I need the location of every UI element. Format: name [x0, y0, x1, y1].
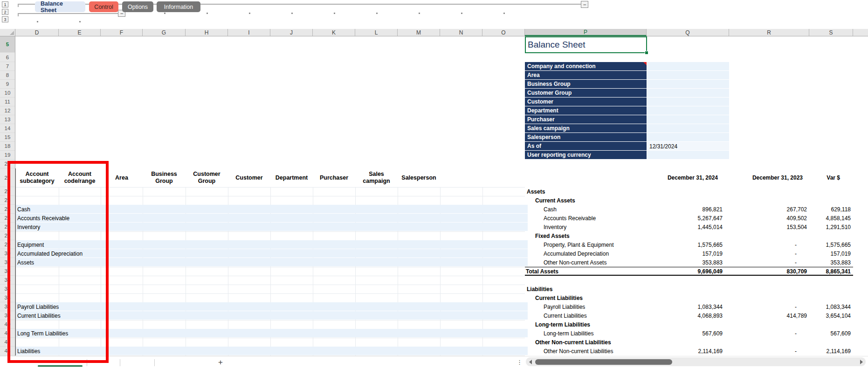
statement-row-label: Other Non-current Liabilities: [535, 338, 611, 347]
column-header-L[interactable]: L: [355, 29, 398, 36]
sheet-tab-options[interactable]: Options: [122, 1, 153, 12]
row-header-8[interactable]: 8: [0, 71, 15, 80]
statement-row-label: Cash: [544, 205, 557, 214]
filter-value-cell[interactable]: [647, 89, 729, 97]
filter-value-cell[interactable]: [647, 80, 729, 88]
filter-value-cell[interactable]: [647, 106, 729, 115]
outline-group-dot: [207, 13, 208, 14]
row-header-9[interactable]: 9: [0, 80, 15, 89]
column-header-G[interactable]: G: [143, 29, 186, 36]
sheet-tab-information[interactable]: Information: [157, 1, 200, 12]
statement-value: -: [729, 347, 809, 355]
statement-row-label: Accumulated Depreciation: [544, 249, 609, 258]
outline-group-dot: [37, 21, 38, 22]
add-sheet-button[interactable]: +: [215, 357, 226, 368]
statement-value: 1,083,344: [809, 302, 853, 311]
column-header-F[interactable]: F: [101, 29, 143, 36]
outline-group-dot: [164, 13, 165, 14]
outline-collapse-button-1[interactable]: −: [581, 1, 588, 8]
statement-value: 1,575,665: [647, 240, 729, 249]
statement-value: 2,114,169: [809, 347, 853, 355]
column-header-R[interactable]: R: [729, 29, 809, 36]
sheet-tab-balance-sheet[interactable]: Balance Sheet: [35, 1, 85, 12]
column-header-S[interactable]: S: [809, 29, 853, 36]
filter-value-cell[interactable]: [647, 151, 729, 159]
sheet-tab-control[interactable]: Control: [89, 1, 118, 12]
scroll-left-icon[interactable]: [529, 360, 532, 364]
column-header-D[interactable]: D: [15, 29, 59, 36]
filter-label-department[interactable]: Department: [525, 106, 647, 115]
statement-value: 1,445,014: [647, 223, 729, 231]
statement-value: 414,789: [729, 311, 809, 320]
row-header-10[interactable]: 10: [0, 89, 15, 97]
statement-value: 1,083,344: [647, 302, 729, 311]
statement-value: 5,267,647: [647, 214, 729, 223]
row-header-6[interactable]: 6: [0, 53, 15, 62]
filter-label-sales-campaign[interactable]: Sales campaign: [525, 124, 647, 132]
row-header-7[interactable]: 7: [0, 62, 15, 71]
scroll-right-icon[interactable]: [860, 360, 863, 364]
row-header-14[interactable]: 14: [0, 124, 15, 133]
scrollbar-options-icon[interactable]: ⋮: [517, 359, 523, 366]
column-header-E[interactable]: E: [59, 29, 101, 36]
statement-value: 567,609: [647, 329, 729, 338]
filter-value-cell[interactable]: [647, 115, 729, 124]
select-all-corner[interactable]: [0, 29, 15, 36]
filter-label-customer[interactable]: Customer: [525, 97, 647, 106]
selection-fill-handle[interactable]: [645, 51, 648, 55]
filter-value-cell[interactable]: [647, 133, 729, 141]
column-header-N[interactable]: N: [440, 29, 482, 36]
row-header-19[interactable]: 19: [0, 151, 15, 160]
filter-label-purchaser[interactable]: Purchaser: [525, 115, 647, 124]
filter-label-as-of[interactable]: As of: [525, 142, 647, 150]
statement-value: -: [729, 329, 809, 338]
spreadsheet-app: 123 − − DEFGHIJKLMNOPQRS 567891011121314…: [0, 0, 868, 369]
tab-separator: [120, 359, 120, 366]
column-header-Q[interactable]: Q: [647, 29, 729, 36]
filter-value-cell[interactable]: [647, 97, 729, 106]
outline-level-button-1[interactable]: 1: [2, 1, 8, 7]
filter-label-company-and-connection[interactable]: Company and connection: [525, 62, 647, 70]
outline-group-dot: [79, 21, 81, 22]
outline-group-dot: [503, 13, 505, 14]
row-header-18[interactable]: 18: [0, 142, 15, 151]
statement-value: 3,654,104: [809, 311, 853, 320]
filter-label-salesperson[interactable]: Salesperson: [525, 133, 647, 141]
statement-row-label: Other Non-current Assets: [544, 258, 606, 267]
column-header-K[interactable]: K: [313, 29, 355, 36]
row-header-12[interactable]: 12: [0, 106, 15, 115]
row-header-5[interactable]: 5: [0, 36, 15, 53]
column-header-I[interactable]: I: [228, 29, 270, 36]
row-header-13[interactable]: 13: [0, 115, 15, 124]
horizontal-scrollbar-thumb[interactable]: [535, 359, 672, 365]
column-header-O[interactable]: O: [482, 29, 525, 36]
row-header-11[interactable]: 11: [0, 97, 15, 106]
statement-value: 353,883: [647, 258, 729, 267]
statement-value: 353,883: [809, 258, 853, 267]
statement-value: 830,709: [729, 267, 809, 276]
statement-row-label: Other Non-current Liabilities: [544, 347, 613, 355]
mapping-column-header: Salesperson: [398, 168, 440, 187]
filter-as-of-value[interactable]: 12/31/2024: [648, 142, 677, 151]
column-header-P[interactable]: P: [525, 29, 647, 36]
mapping-column-header: Customer Group: [186, 168, 228, 187]
filter-value-cell[interactable]: [647, 71, 729, 79]
statement-row-label: Current Liabilities: [544, 311, 587, 320]
row-header-15[interactable]: 15: [0, 133, 15, 142]
statement-period-header: December 31, 2023: [729, 168, 809, 187]
filter-label-area[interactable]: Area: [525, 71, 647, 79]
statement-value: -: [729, 302, 809, 311]
filter-label-user-reporting-currency[interactable]: User reporting currency: [525, 151, 647, 159]
tab-separator: [154, 359, 155, 366]
column-header-J[interactable]: J: [270, 29, 313, 36]
filter-value-cell[interactable]: [647, 124, 729, 132]
statement-value: 1,575,665: [809, 240, 853, 249]
selected-cell-outline[interactable]: [525, 36, 647, 53]
column-header-M[interactable]: M: [398, 29, 440, 36]
outline-level-button-3[interactable]: 3: [2, 16, 8, 22]
filter-label-customer-group[interactable]: Customer Group: [525, 89, 647, 97]
filter-value-cell[interactable]: [647, 62, 729, 70]
column-header-H[interactable]: H: [186, 29, 228, 36]
filter-label-business-group[interactable]: Business Group: [525, 80, 647, 88]
outline-level-button-2[interactable]: 2: [2, 9, 8, 15]
